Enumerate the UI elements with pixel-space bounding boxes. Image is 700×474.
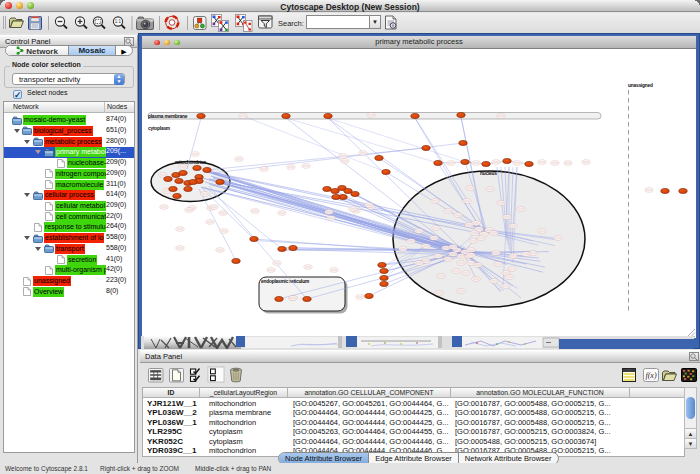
svg-text:cytoplasm: cytoplasm xyxy=(148,126,170,131)
svg-text:1:1: 1:1 xyxy=(115,19,122,24)
svg-text:plasma membrane: plasma membrane xyxy=(148,114,188,119)
svg-text:nucleus: nucleus xyxy=(480,171,497,176)
svg-text:f(x): f(x) xyxy=(645,371,656,380)
svg-text:mitochondrion: mitochondrion xyxy=(175,160,206,165)
svg-text:unassigned: unassigned xyxy=(628,83,653,88)
svg-text:endoplasmic reticulum: endoplasmic reticulum xyxy=(261,279,309,284)
